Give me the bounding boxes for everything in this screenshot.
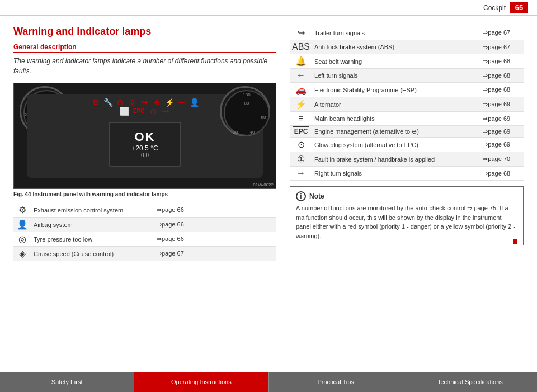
right-item-label: Electronic Stability Programme (ESP) — [312, 83, 481, 97]
note-title: i Note — [296, 191, 517, 201]
warn-icon-8: 👤 — [189, 98, 200, 106]
warn-icon-3: ⊙ — [115, 98, 126, 106]
right-table-row: ≡ Main beam headlights ⇒page 69 — [290, 112, 524, 126]
speedo-right: 100 80 60 40 20 — [220, 86, 270, 136]
svg-text:20: 20 — [233, 130, 238, 135]
right-item-page: ⇒page 68 — [481, 83, 524, 97]
right-item-page: ⇒page 70 — [481, 152, 524, 167]
left-item-icon: ⚙ — [18, 205, 26, 215]
dashboard-image: 40 50 20 10 ⚙ 🔧 ⊙ ◎ ↪ ⊕ ⚡ ← 👤 — [13, 83, 276, 189]
right-table-row: ⊙ Glow plug system (alternative to EPC) … — [290, 138, 524, 152]
temp-text: +20.5 °C — [131, 144, 158, 152]
section-name: Cockpit — [483, 4, 506, 12]
right-icon-cell: EPC — [290, 126, 312, 138]
svg-text:80: 80 — [244, 101, 249, 106]
warn-icon-arrow-right: → — [160, 107, 171, 115]
page-number: 65 — [510, 2, 528, 13]
nav-operating-instructions[interactable]: Operating Instructions — [134, 372, 268, 392]
left-item-label: Cruise speed (Cruise control) — [31, 247, 154, 261]
right-item-page: ⇒page 68 — [481, 69, 524, 83]
right-item-icon: ABS — [292, 42, 310, 51]
top-bar: Cockpit 65 — [0, 0, 537, 16]
right-item-page: ⇒page 67 — [481, 26, 524, 40]
right-item-page: ⇒page 68 — [481, 54, 524, 69]
right-item-icon: ① — [297, 154, 305, 164]
right-item-label: Fault in brake system / handbrake is app… — [312, 152, 481, 167]
left-column: Warning and indicator lamps General desc… — [13, 26, 276, 357]
warn-icon-10: ⊙ — [148, 107, 159, 115]
note-text: A number of functions are monitored by t… — [296, 204, 517, 240]
right-table-row: ① Fault in brake system / handbrake is a… — [290, 152, 524, 167]
main-content: Warning and indicator lamps General desc… — [0, 16, 537, 362]
left-item-page: ⇒page 66 — [154, 203, 276, 218]
right-item-page: ⇒page 69 — [481, 138, 524, 152]
note-icon: i — [296, 191, 306, 201]
left-icon-cell: 👤 — [13, 218, 31, 232]
right-icon-cell: ABS — [290, 40, 312, 54]
svg-text:60: 60 — [261, 115, 266, 120]
right-icon-cell: ↪ — [290, 26, 312, 40]
fig-caption: Fig. 44 Instrument panel with warning an… — [13, 191, 276, 197]
warn-icon-2: 🔧 — [102, 98, 114, 106]
left-items-table: ⚙ Exhaust emission control system ⇒page … — [13, 203, 276, 261]
right-table-row: EPC Engine management (alternative to ⊕)… — [290, 126, 524, 138]
svg-text:40: 40 — [250, 130, 255, 135]
right-icon-cell: → — [290, 167, 312, 181]
right-icon-cell: ① — [290, 152, 312, 167]
right-table-row: ↪ Trailer turn signals ⇒page 67 — [290, 26, 524, 40]
left-item-label: Tyre pressure too low — [31, 232, 154, 247]
right-item-icon: 🚗 — [295, 85, 307, 95]
left-icon-cell: ◈ — [13, 247, 31, 261]
right-item-page: ⇒page 69 — [481, 112, 524, 126]
warn-icon-arrow-left: ← — [176, 98, 187, 106]
right-item-label: Seat belt warning — [312, 54, 481, 69]
nav-practical-tips[interactable]: Practical Tips — [269, 372, 403, 392]
right-item-page: ⇒page 68 — [481, 167, 524, 181]
right-item-icon: ⚡ — [295, 100, 307, 109]
ok-text: OK — [135, 130, 156, 144]
left-item-page: ⇒page 66 — [154, 232, 276, 247]
epc-label: EPC — [131, 107, 147, 115]
right-item-page: ⇒page 69 — [481, 97, 524, 112]
fig-caption-text: Instrument panel with warning and indica… — [32, 191, 168, 197]
left-item-label: Exhaust emission control system — [31, 203, 154, 218]
right-item-page: ⇒page 69 — [481, 126, 524, 138]
left-item-label: Airbag system — [31, 218, 154, 232]
left-item-page: ⇒page 66 — [154, 218, 276, 232]
fig-number-label: 81W-0022 — [253, 182, 274, 187]
right-item-label: Anti-lock brake system (ABS) — [312, 40, 481, 54]
right-icon-cell: 🚗 — [290, 83, 312, 97]
section-title: Warning and indicator lamps — [13, 26, 276, 37]
subsection-title: General description — [13, 43, 276, 53]
warn-icon-5: ↪ — [139, 98, 150, 106]
nav-safety-first[interactable]: Safety First — [0, 372, 134, 392]
note-box: i Note A number of functions are monitor… — [290, 186, 524, 245]
svg-text:100: 100 — [243, 92, 251, 97]
right-column: ↪ Trailer turn signals ⇒page 67 ABS Anti… — [290, 26, 524, 357]
right-item-icon: ← — [296, 70, 305, 80]
nav-technical-specifications[interactable]: Technical Specifications — [403, 372, 537, 392]
left-item-page: ⇒page 67 — [154, 247, 276, 261]
right-item-page: ⇒page 67 — [481, 40, 524, 54]
right-item-label: Right turn signals — [312, 167, 481, 181]
left-table-row: 👤 Airbag system ⇒page 66 — [13, 218, 276, 232]
right-table-row: ⚡ Alternator ⇒page 69 — [290, 97, 524, 112]
warning-icons: ⚙ 🔧 ⊙ ◎ ↪ ⊕ ⚡ ← 👤 ⬜ EPC ⊙ → — [88, 98, 201, 115]
left-table-row: ◈ Cruise speed (Cruise control) ⇒page 67 — [13, 247, 276, 261]
note-title-text: Note — [309, 191, 324, 201]
right-item-icon: ≡ — [298, 114, 303, 123]
right-item-label: Trailer turn signals — [312, 26, 481, 40]
right-table-row: 🚗 Electronic Stability Programme (ESP) ⇒… — [290, 83, 524, 97]
left-item-icon: 👤 — [17, 220, 28, 229]
bottom-nav-bar: Safety First Operating Instructions Prac… — [0, 372, 537, 392]
fig-caption-bold: Fig. 44 — [13, 191, 31, 197]
description-text: The warning and indicator lamps indicate… — [13, 56, 276, 76]
left-table-row: ◎ Tyre pressure too low ⇒page 66 — [13, 232, 276, 247]
odo-text: 0.0 — [141, 152, 149, 158]
right-item-icon: → — [296, 168, 305, 178]
right-icon-cell: ⚡ — [290, 97, 312, 112]
right-item-icon: ⊙ — [298, 140, 305, 149]
left-item-icon: ◈ — [19, 249, 26, 258]
right-item-label: Left turn signals — [312, 69, 481, 83]
left-icon-cell: ◎ — [13, 232, 31, 247]
